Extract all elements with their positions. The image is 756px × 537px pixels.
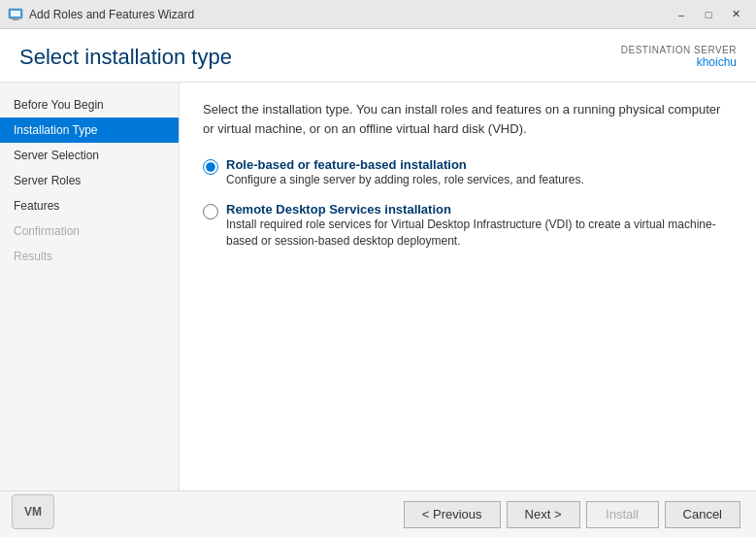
option-remote-desktop: Remote Desktop Services installation Ins…: [203, 202, 733, 250]
sidebar-item-features[interactable]: Features: [0, 193, 179, 218]
wizard-footer: VM < Previous Next > Install Cancel: [0, 490, 756, 537]
radio-role-based[interactable]: [203, 159, 218, 175]
page-title: Select installation type: [19, 45, 232, 70]
sidebar-item-before-you-begin[interactable]: Before You Begin: [0, 92, 179, 117]
install-button[interactable]: Install: [586, 501, 659, 528]
vm-logo: VM: [12, 494, 54, 529]
wizard-header: Select installation type DESTINATION SER…: [0, 29, 756, 83]
wizard-window: Select installation type DESTINATION SER…: [0, 29, 756, 537]
option-remote-desktop-content: Remote Desktop Services installation Ins…: [226, 202, 733, 250]
option-role-based-desc: Configure a single server by adding role…: [226, 172, 733, 188]
title-bar: Add Roles and Features Wizard – □ ✕: [0, 0, 756, 29]
svg-rect-1: [11, 11, 20, 17]
title-bar-text: Add Roles and Features Wizard: [29, 8, 669, 21]
minimize-button[interactable]: –: [669, 4, 694, 25]
maximize-button[interactable]: □: [696, 4, 721, 25]
option-remote-desktop-desc: Install required role services for Virtu…: [226, 217, 733, 250]
app-icon: [8, 7, 23, 22]
previous-button[interactable]: < Previous: [404, 501, 501, 528]
destination-name: khoichu: [621, 55, 737, 69]
next-button[interactable]: Next >: [507, 501, 580, 528]
sidebar-item-server-roles[interactable]: Server Roles: [0, 168, 179, 193]
wizard-main-panel: Select the installation type. You can in…: [180, 83, 756, 490]
option-role-based-content: Role-based or feature-based installation…: [226, 157, 733, 188]
radio-remote-desktop[interactable]: [203, 204, 218, 219]
intro-text: Select the installation type. You can in…: [203, 100, 733, 138]
cancel-button[interactable]: Cancel: [665, 501, 740, 528]
sidebar-item-server-selection[interactable]: Server Selection: [0, 143, 179, 168]
sidebar-item-confirmation: Confirmation: [0, 218, 179, 244]
option-role-based-title[interactable]: Role-based or feature-based installation: [226, 157, 467, 172]
svg-rect-3: [11, 18, 20, 19]
option-remote-desktop-title[interactable]: Remote Desktop Services installation: [226, 202, 451, 217]
option-role-based: Role-based or feature-based installation…: [203, 157, 733, 188]
wizard-sidebar: Before You Begin Installation Type Serve…: [0, 83, 180, 490]
sidebar-item-installation-type[interactable]: Installation Type: [0, 117, 179, 143]
installation-options: Role-based or feature-based installation…: [203, 157, 733, 249]
destination-label: DESTINATION SERVER: [621, 45, 737, 55]
destination-server-info: DESTINATION SERVER khoichu: [621, 45, 737, 69]
wizard-content: Before You Begin Installation Type Serve…: [0, 83, 756, 490]
sidebar-item-results: Results: [0, 244, 179, 269]
window-controls: – □ ✕: [669, 4, 748, 25]
svg-rect-2: [13, 19, 18, 20]
close-button[interactable]: ✕: [723, 4, 748, 25]
